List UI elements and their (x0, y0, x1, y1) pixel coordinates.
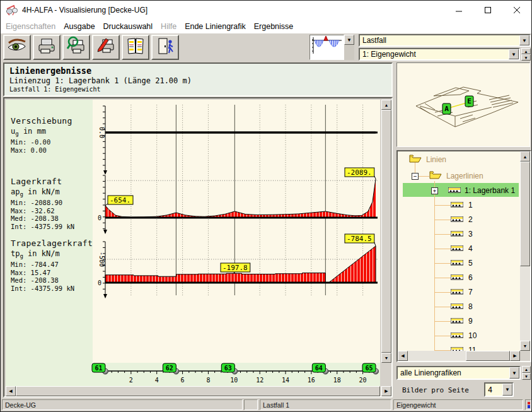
load-group-combo[interactable]: Lastfall ▼ (359, 34, 531, 47)
print-button[interactable] (33, 35, 61, 60)
print-preview-button[interactable] (62, 35, 90, 60)
tree-item[interactable]: 6 (451, 271, 473, 284)
diagram-style-icon (310, 47, 343, 57)
down-arrow-icon: ▼ (385, 356, 389, 360)
load-group-dropdown-button[interactable]: ▼ (519, 35, 529, 45)
scroll-right-button[interactable]: ▶ (381, 386, 391, 396)
chevron-down-icon: ▼ (511, 52, 516, 57)
images-per-page-combo[interactable]: 4 ▼ (484, 382, 514, 397)
diagram-style-dropdown-button[interactable]: ▼ (344, 35, 354, 45)
tree-item-label: 10 (468, 331, 477, 340)
tree-item[interactable]: 9 (451, 315, 473, 327)
qty: ap (11, 187, 20, 196)
menu-ausgabe[interactable]: Ausgabe (64, 22, 95, 31)
tree-item-label: 2 (468, 215, 473, 224)
vscroll-thumb[interactable] (381, 110, 391, 353)
scroll-right-button[interactable]: ▶ (510, 351, 520, 361)
load-case-dropdown-button[interactable]: ▼ (509, 49, 519, 59)
tree-node-lagerbank-selected[interactable]: + 1: Lagerbank 1 (431, 184, 515, 197)
svg-text:-197.8: -197.8 (223, 264, 248, 272)
menu-druckauswahl[interactable]: Druckauswahl (103, 22, 153, 31)
scroll-left-button[interactable]: ◀ (6, 386, 16, 396)
line-subtitle: Linienzug 1: Lagerbank 1 (Länge 21.00 m) (9, 76, 391, 85)
tree-node-label: Lagerlinien (446, 172, 483, 180)
window-title: 4H-ALFA - Visualisierung [Decke-UG] (22, 1, 147, 20)
scroll-up-button[interactable]: ▲ (381, 100, 391, 110)
tree-item[interactable]: 3 (451, 228, 473, 240)
view-button[interactable] (3, 35, 31, 60)
tree-item[interactable]: 7 (451, 286, 473, 298)
tree-node-label: 1: Lagerbank 1 (465, 186, 515, 195)
support-line-icon (448, 186, 461, 195)
hscroll-thumb[interactable] (466, 351, 510, 361)
graphics-filter-spin-up[interactable]: ▲ (522, 366, 531, 373)
tree-expand-lagerlinien[interactable]: − (412, 170, 419, 182)
up-arrow-icon: ▲ (385, 103, 389, 107)
images-per-page-dropdown-button[interactable]: ▼ (502, 384, 512, 396)
tree-item[interactable]: 2 (451, 213, 473, 226)
stat-max: Max: 15.47 (11, 269, 93, 277)
scroll-left-button[interactable]: ◀ (398, 351, 408, 361)
tree-item[interactable]: 10 (451, 329, 477, 342)
report-button[interactable] (122, 35, 149, 60)
magnifier-printer-icon (66, 36, 86, 59)
tree-item[interactable]: 1 (451, 199, 473, 211)
diagram-style-picker[interactable]: ▼ (309, 35, 355, 60)
result-header: Linienergebnisse Linienzug 1: Lagerbank … (3, 62, 393, 97)
pencil-printer-icon (96, 36, 116, 59)
menu-ende-liniengrafik[interactable]: Ende Liniengrafik (185, 22, 246, 31)
toolbar: ▼ Lastfall ▼ 1: Eigengewicht ▼ ▲ ▼ (1, 33, 531, 61)
vscroll-thumb[interactable] (520, 162, 530, 266)
graphics-filter-combo[interactable]: alle Liniengrafiken ▼ (396, 366, 521, 380)
qty-unit: in mm (19, 127, 46, 136)
print-settings-button[interactable] (92, 35, 120, 60)
svg-text:65: 65 (366, 365, 373, 372)
tree-item[interactable]: 8 (451, 300, 473, 313)
collapse-icon[interactable]: − (412, 173, 419, 180)
load-case-value: 1: Eigengewicht (360, 50, 509, 59)
menu-hilfe[interactable]: Hilfe (161, 22, 176, 31)
exit-button[interactable] (151, 35, 179, 60)
stat-int: Int: -4375.99 kN (11, 223, 74, 231)
svg-text:4: 4 (155, 377, 159, 384)
printer-icon (37, 36, 57, 59)
svg-text:-784.5: -784.5 (347, 235, 372, 243)
down-arrow-icon: ▼ (523, 344, 528, 348)
load-case-spin-down[interactable]: ▼ (521, 54, 531, 61)
tree-hscrollbar[interactable]: ◀ ▶ (398, 351, 520, 361)
svg-text:61: 61 (95, 365, 102, 372)
tree-item-label: 3 (468, 230, 473, 238)
tree-item[interactable]: 4 (451, 242, 473, 255)
load-case-spin-up[interactable]: ▲ (521, 48, 531, 54)
scroll-down-button[interactable]: ▼ (381, 353, 391, 363)
title-bar[interactable]: 4H-ALFA - Visualisierung [Decke-UG] (1, 1, 531, 20)
chevron-down-icon: ▼ (347, 37, 352, 43)
up-arrow-icon: ▲ (524, 367, 528, 372)
svg-text:0: 0 (98, 280, 101, 286)
tree-node-linien[interactable]: Linien (409, 153, 446, 166)
menu-eigenschaften[interactable]: Eigenschaften (6, 22, 55, 31)
tree-node-lagerlinien[interactable]: Lagerlinien (429, 170, 483, 182)
section-quantity: ug in mm (11, 127, 72, 137)
svg-text:62: 62 (166, 365, 173, 372)
support-line-icon (451, 201, 463, 209)
graphics-filter-dropdown-button[interactable]: ▼ (509, 367, 519, 379)
scroll-up-button[interactable]: ▲ (520, 151, 530, 162)
minimize-button[interactable] (444, 1, 473, 19)
plot-vscrollbar[interactable]: ▲ ▼ (381, 100, 391, 363)
maximize-button[interactable] (473, 1, 502, 19)
hscroll-thumb[interactable] (16, 386, 380, 396)
graphics-filter-spin-down[interactable]: ▼ (522, 373, 531, 380)
load-case-combo[interactable]: 1: Eigengewicht ▼ (359, 48, 520, 61)
plot-hscrollbar[interactable]: ◀ ▶ (6, 386, 391, 396)
menu-ergebnisse[interactable]: Ergebnisse (254, 22, 294, 31)
section-title: Lagerkraft (11, 177, 74, 186)
status-bar: Decke-UG Lastfall 1 Eigengewicht (1, 398, 531, 411)
tree-item[interactable]: 5 (451, 257, 473, 269)
chevron-down-icon: ▼ (505, 387, 510, 392)
tree-vscrollbar[interactable]: ▲ ▼ (520, 151, 530, 351)
expand-icon[interactable]: + (431, 187, 438, 194)
close-button[interactable] (502, 1, 531, 19)
scroll-down-button[interactable]: ▼ (520, 341, 530, 351)
folder-open-icon (409, 154, 422, 165)
